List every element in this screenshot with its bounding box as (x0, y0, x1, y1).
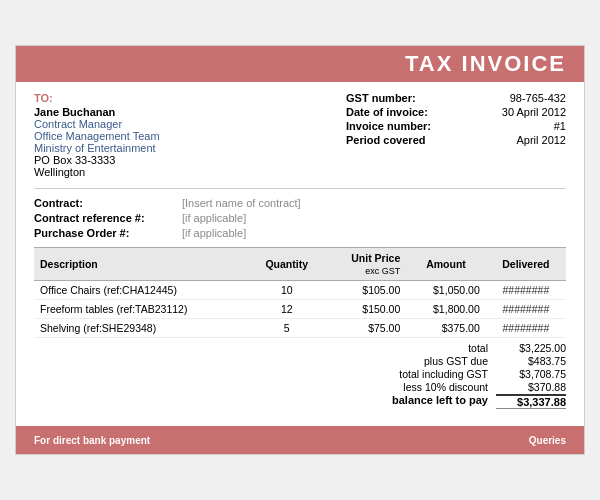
gst-number-label: GST number: (346, 92, 416, 104)
body-content: TO: Jane Buchanan Contract Manager Offic… (16, 82, 584, 420)
total-label: total (316, 342, 496, 354)
total-row: total $3,225.00 (34, 342, 566, 354)
totals-section: total $3,225.00 plus GST due $483.75 tot… (34, 342, 566, 409)
address-line1: Contract Manager (34, 118, 160, 130)
header-bar: TAX INVOICE (16, 46, 584, 82)
gst-number-row: GST number: 98-765-432 (346, 92, 566, 104)
row-desc: Freeform tables (ref:TAB23112) (34, 300, 250, 319)
gst-due-row: plus GST due $483.75 (34, 355, 566, 367)
row-delivered: ######## (486, 281, 566, 300)
address-line2: Office Management Team (34, 130, 160, 142)
table-row: Shelving (ref:SHE29348) 5 $75.00 $375.00… (34, 319, 566, 338)
invoice-number-label: Invoice number: (346, 120, 431, 132)
header-delivered: Delivered (486, 248, 566, 281)
date-value: 30 April 2012 (502, 106, 566, 118)
balance-label: balance left to pay (316, 394, 496, 409)
gst-due-label: plus GST due (316, 355, 496, 367)
row-qty: 12 (250, 300, 324, 319)
row-amount: $1,050.00 (406, 281, 485, 300)
header-amount: Amount (406, 248, 485, 281)
table-header-row: Description Quantity Unit Price exc GST … (34, 248, 566, 281)
top-section: TO: Jane Buchanan Contract Manager Offic… (34, 92, 566, 178)
discount-value: $370.88 (496, 381, 566, 393)
total-incl-value: $3,708.75 (496, 368, 566, 380)
invoice-container: TAX INVOICE TO: Jane Buchanan Contract M… (15, 45, 585, 455)
contract-section: Contract: [Insert name of contract] Cont… (34, 197, 566, 239)
gst-block: GST number: 98-765-432 Date of invoice: … (346, 92, 566, 178)
contract-ref-row: Contract reference #: [if applicable] (34, 212, 566, 224)
period-label: Period covered (346, 134, 425, 146)
table-row: Office Chairs (ref:CHA12445) 10 $105.00 … (34, 281, 566, 300)
discount-label: less 10% discount (316, 381, 496, 393)
total-incl-label: total including GST (316, 368, 496, 380)
address-line4: PO Box 33-3333 (34, 154, 160, 166)
invoice-number-value: #1 (554, 120, 566, 132)
header-description: Description (34, 248, 250, 281)
row-amount: $375.00 (406, 319, 485, 338)
balance-row: balance left to pay $3,337.88 (34, 394, 566, 409)
period-value: April 2012 (516, 134, 566, 146)
invoice-title: TAX INVOICE (405, 51, 566, 77)
address-line3: Ministry of Entertainment (34, 142, 160, 154)
date-row: Date of invoice: 30 April 2012 (346, 106, 566, 118)
table-row: Freeform tables (ref:TAB23112) 12 $150.0… (34, 300, 566, 319)
footer-right: Queries (529, 435, 566, 446)
header-quantity: Quantity (250, 248, 324, 281)
contract-row: Contract: [Insert name of contract] (34, 197, 566, 209)
row-delivered: ######## (486, 319, 566, 338)
gst-number-value: 98-765-432 (510, 92, 566, 104)
date-label: Date of invoice: (346, 106, 428, 118)
contract-label: Contract: (34, 197, 174, 209)
row-desc: Office Chairs (ref:CHA12445) (34, 281, 250, 300)
divider-1 (34, 188, 566, 189)
recipient-name: Jane Buchanan (34, 106, 160, 118)
total-incl-row: total including GST $3,708.75 (34, 368, 566, 380)
row-delivered: ######## (486, 300, 566, 319)
balance-value: $3,337.88 (496, 394, 566, 409)
contract-ref-value: [if applicable] (182, 212, 246, 224)
row-amount: $1,800.00 (406, 300, 485, 319)
row-qty: 5 (250, 319, 324, 338)
gst-due-value: $483.75 (496, 355, 566, 367)
po-value: [if applicable] (182, 227, 246, 239)
items-table: Description Quantity Unit Price exc GST … (34, 247, 566, 338)
invoice-number-row: Invoice number: #1 (346, 120, 566, 132)
discount-row: less 10% discount $370.88 (34, 381, 566, 393)
row-desc: Shelving (ref:SHE29348) (34, 319, 250, 338)
total-value: $3,225.00 (496, 342, 566, 354)
to-block: TO: Jane Buchanan Contract Manager Offic… (34, 92, 160, 178)
footer-left: For direct bank payment (34, 435, 150, 446)
footer-bar: For direct bank payment Queries (16, 426, 584, 454)
po-row: Purchase Order #: [if applicable] (34, 227, 566, 239)
period-row: Period covered April 2012 (346, 134, 566, 146)
row-qty: 10 (250, 281, 324, 300)
contract-value: [Insert name of contract] (182, 197, 301, 209)
po-label: Purchase Order #: (34, 227, 174, 239)
row-unit: $105.00 (324, 281, 407, 300)
table-body: Office Chairs (ref:CHA12445) 10 $105.00 … (34, 281, 566, 338)
header-unit-price: Unit Price exc GST (324, 248, 407, 281)
row-unit: $150.00 (324, 300, 407, 319)
address-line5: Wellington (34, 166, 160, 178)
contract-ref-label: Contract reference #: (34, 212, 174, 224)
to-label: TO: (34, 92, 160, 104)
row-unit: $75.00 (324, 319, 407, 338)
